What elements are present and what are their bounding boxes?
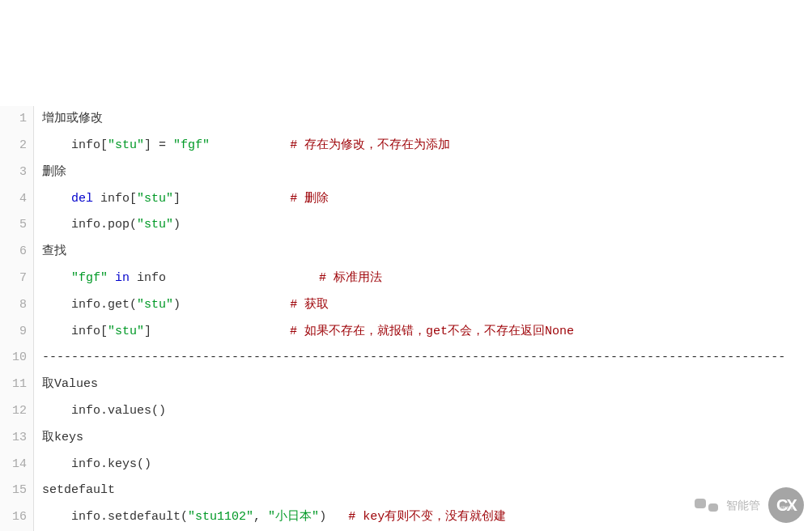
code-line: 取Values bbox=[42, 372, 812, 398]
line-number: 8 bbox=[0, 292, 27, 319]
line-number: 12 bbox=[0, 398, 27, 425]
code-line: 取keys bbox=[42, 425, 812, 452]
line-number: 14 bbox=[0, 452, 27, 478]
code-block: 1234567891011121314151617181920 增加或修改 in… bbox=[0, 106, 812, 531]
watermark-text: 智能管 bbox=[726, 492, 760, 519]
code-line: 查找 bbox=[42, 239, 812, 266]
line-number: 15 bbox=[0, 478, 27, 504]
cx-logo: CX 创新互联 bbox=[768, 487, 804, 523]
line-number: 5 bbox=[0, 212, 27, 239]
line-number: 3 bbox=[0, 159, 27, 186]
code-line: info["stu"] # 如果不存在，就报错，get不会，不存在返回None bbox=[42, 319, 812, 346]
code-line: 删除 bbox=[42, 159, 812, 186]
code-line: info["stu"] = "fgf" # 存在为修改，不存在为添加 bbox=[42, 133, 812, 159]
code-line: info.values() bbox=[42, 398, 812, 425]
line-number: 1 bbox=[0, 106, 27, 133]
code-line: ----------------------------------------… bbox=[42, 345, 812, 372]
line-number: 11 bbox=[0, 372, 27, 398]
code-line: info.keys() bbox=[42, 452, 812, 478]
line-number: 7 bbox=[0, 266, 27, 292]
line-number-gutter: 1234567891011121314151617181920 bbox=[0, 106, 34, 531]
code-line: 增加或修改 bbox=[42, 106, 812, 133]
code-line: info.get("stu") # 获取 bbox=[42, 292, 812, 319]
line-number: 13 bbox=[0, 425, 27, 452]
watermark: 智能管 CX 创新互联 bbox=[695, 487, 804, 523]
line-number: 9 bbox=[0, 319, 27, 346]
line-number: 2 bbox=[0, 133, 27, 159]
code-line: "fgf" in info # 标准用法 bbox=[42, 266, 812, 292]
line-number: 4 bbox=[0, 186, 27, 213]
code-line: del info["stu"] # 删除 bbox=[42, 186, 812, 213]
line-number: 10 bbox=[0, 345, 27, 372]
code-content: 增加或修改 info["stu"] = "fgf" # 存在为修改，不存在为添加… bbox=[34, 106, 812, 531]
wechat-icon bbox=[695, 499, 718, 512]
code-line: info.pop("stu") bbox=[42, 212, 812, 239]
line-number: 16 bbox=[0, 504, 27, 531]
line-number: 6 bbox=[0, 239, 27, 266]
